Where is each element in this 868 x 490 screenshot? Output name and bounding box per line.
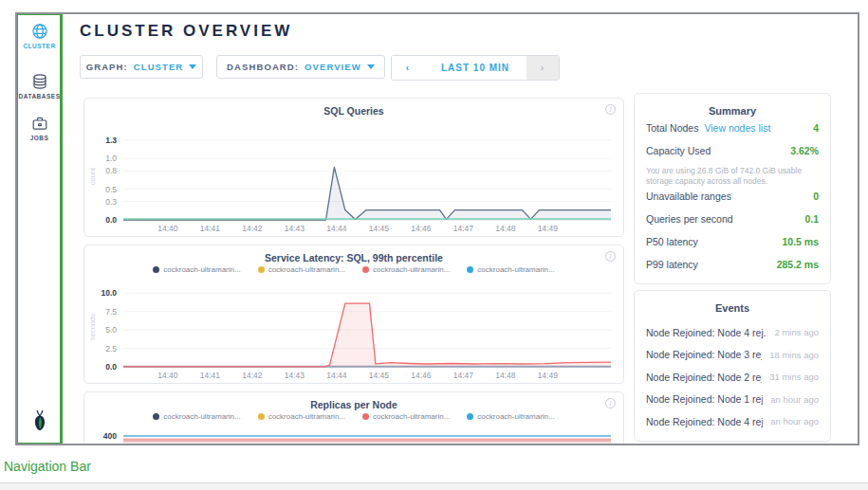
svg-text:14:47: 14:47: [453, 224, 474, 233]
legend-item[interactable]: cockroach-ultramarin...: [258, 412, 345, 421]
replicas-per-node-chart[interactable]: 40014:4014:4114:4214:4314:4414:4514:4614…: [85, 426, 622, 445]
event-row: Node Rejoined: Node 2 rej... 31 mins ago: [646, 366, 819, 389]
svg-text:5.0: 5.0: [105, 325, 117, 335]
sidebar-item-cluster[interactable]: CLUSTER: [17, 22, 62, 49]
svg-text:14:41: 14:41: [200, 224, 221, 233]
info-icon[interactable]: i: [605, 251, 616, 262]
svg-text:14:46: 14:46: [411, 224, 432, 233]
chart-legend: cockroach-ultramarin...cockroach-ultrama…: [84, 412, 623, 421]
summary-value: 0.1: [804, 213, 819, 225]
sidebar-item-label: JOBS: [17, 135, 62, 141]
legend-item[interactable]: cockroach-ultramarin...: [467, 265, 554, 274]
event-time: 2 mins ago: [767, 327, 819, 337]
svg-text:14:45: 14:45: [369, 371, 390, 380]
event-time: an hour ago: [763, 394, 819, 405]
sidebar-item-jobs[interactable]: JOBS: [17, 114, 62, 141]
svg-text:14:46: 14:46: [411, 371, 432, 380]
sidebar-item-label: DATABASES: [17, 93, 62, 100]
event-row: Node Rejoined: Node 1 rej... an hour ago: [646, 389, 819, 411]
summary-rows: Total Nodes View nodes list 4 Capacity U…: [635, 117, 830, 281]
svg-text:14:42: 14:42: [242, 371, 263, 380]
legend-label: cockroach-ultramarin...: [268, 265, 345, 274]
svg-text:seconds: seconds: [88, 314, 97, 340]
legend-item[interactable]: cockroach-ultramarin...: [258, 265, 345, 274]
summary-row-unavailable-ranges: Unavailable ranges 0: [646, 191, 819, 213]
page-title: CLUSTER OVERVIEW: [80, 22, 292, 41]
service-latency-chart[interactable]: 0.02.55.07.510.014:4014:4114:4214:4314:4…: [85, 280, 622, 382]
sidebar-item-label: CLUSTER: [17, 43, 62, 49]
info-icon[interactable]: i: [605, 104, 616, 115]
event-text: Node Rejoined: Node 3 rej...: [646, 349, 762, 360]
svg-text:10.0: 10.0: [101, 288, 117, 298]
svg-text:14:43: 14:43: [285, 224, 305, 233]
event-row: Node Rejoined: Node 3 rej... 18 mins ago: [646, 344, 819, 367]
summary-label: P99 latency: [646, 259, 698, 270]
events-panel: Events Node Rejoined: Node 4 rej... 2 mi…: [634, 290, 831, 442]
summary-label: P50 latency: [646, 236, 698, 247]
time-range-display[interactable]: LAST 10 MIN: [424, 56, 526, 80]
chart-card-replicas-per-node: Replicas per Node i cockroach-ultramarin…: [83, 391, 624, 445]
annotation-label: Navigation Bar: [4, 459, 91, 474]
dashboard-dropdown[interactable]: DASHBOARD: OVERVIEW: [216, 55, 385, 79]
legend-label: cockroach-ultramarin...: [163, 412, 240, 421]
event-text: Node Rejoined: Node 4 rej...: [646, 327, 767, 338]
legend-item[interactable]: cockroach-ultramarin...: [153, 412, 240, 421]
time-range-next-button[interactable]: ›: [526, 56, 559, 80]
svg-text:0.0: 0.0: [105, 215, 117, 225]
legend-item[interactable]: cockroach-ultramarin...: [153, 265, 240, 274]
summary-label: Total Nodes: [646, 122, 698, 134]
time-range-selector: ‹ LAST 10 MIN ›: [391, 55, 560, 81]
dashboard-dropdown-label: DASHBOARD:: [227, 62, 299, 72]
svg-text:14:49: 14:49: [538, 371, 559, 380]
sidebar-item-databases[interactable]: DATABASES: [17, 72, 62, 100]
summary-title: Summary: [635, 94, 830, 117]
chart-title: Replicas per Node: [84, 399, 623, 410]
summary-value: 0: [813, 191, 819, 202]
summary-row-p99: P99 latency 285.2 ms: [646, 259, 819, 281]
navigation-bar: CLUSTER DATABASES JOBS: [17, 14, 63, 444]
graph-dropdown-label: GRAPH:: [86, 62, 128, 72]
svg-text:400: 400: [103, 431, 117, 441]
svg-text:0.3: 0.3: [105, 197, 117, 207]
legend-item[interactable]: cockroach-ultramarin...: [362, 265, 450, 274]
legend-item[interactable]: cockroach-ultramarin...: [467, 412, 554, 421]
svg-text:0.8: 0.8: [105, 166, 117, 175]
cockroachdb-logo-icon[interactable]: [17, 408, 62, 437]
chevron-down-icon: [189, 64, 196, 69]
info-icon[interactable]: i: [605, 398, 616, 408]
legend-dot-icon: [153, 413, 159, 420]
legend-label: cockroach-ultramarin...: [477, 412, 554, 421]
chart-card-sql-queries: SQL Queries i 0.00.30.50.81.01.314:4014:…: [83, 98, 624, 237]
svg-text:14:42: 14:42: [242, 224, 263, 233]
svg-text:7.5: 7.5: [105, 307, 117, 317]
svg-text:14:47: 14:47: [453, 371, 474, 380]
svg-text:0.0: 0.0: [105, 362, 117, 372]
events-title: Events: [635, 291, 830, 314]
databases-icon: [30, 72, 49, 91]
svg-text:14:40: 14:40: [157, 371, 178, 380]
summary-value: 4: [813, 122, 819, 134]
svg-text:count: count: [88, 167, 97, 185]
svg-text:2.5: 2.5: [105, 344, 117, 354]
svg-text:14:44: 14:44: [326, 224, 347, 233]
time-range-prev-button[interactable]: ‹: [392, 56, 424, 80]
legend-label: cockroach-ultramarin...: [163, 265, 240, 274]
svg-text:14:45: 14:45: [369, 224, 390, 233]
summary-label: Capacity Used: [646, 145, 711, 156]
app-window: CLUSTER DATABASES JOBS: [15, 12, 859, 445]
summary-value: 10.5 ms: [782, 236, 819, 247]
svg-text:14:41: 14:41: [200, 371, 221, 380]
view-nodes-list-link[interactable]: View nodes list: [704, 122, 770, 134]
legend-label: cockroach-ultramarin...: [268, 412, 345, 421]
svg-text:14:43: 14:43: [285, 371, 305, 380]
legend-label: cockroach-ultramarin...: [373, 265, 450, 274]
legend-label: cockroach-ultramarin...: [373, 412, 450, 421]
legend-item[interactable]: cockroach-ultramarin...: [362, 412, 450, 421]
svg-text:14:44: 14:44: [326, 371, 347, 380]
sql-queries-chart[interactable]: 0.00.30.50.81.01.314:4014:4114:4214:4314…: [85, 123, 622, 235]
graph-dropdown[interactable]: GRAPH: CLUSTER: [80, 55, 203, 79]
chart-legend: cockroach-ultramarin...cockroach-ultrama…: [84, 265, 623, 274]
summary-value: 3.62%: [790, 145, 819, 156]
event-text: Node Rejoined: Node 2 rej...: [646, 372, 762, 383]
legend-dot-icon: [258, 413, 265, 420]
